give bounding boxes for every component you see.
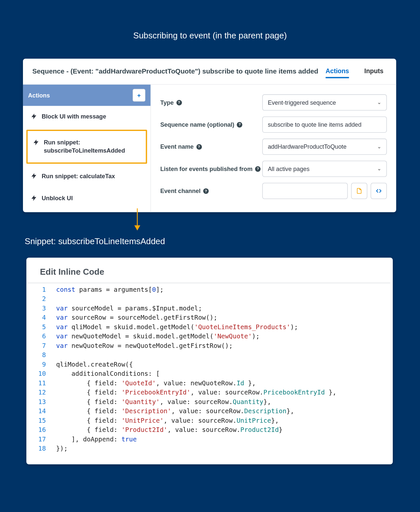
code-icon xyxy=(375,187,382,194)
code-editor-panel: Edit Inline Code 12345678910111213141516… xyxy=(26,258,393,464)
sequence-title: Sequence - (Event: "addHardwareProductTo… xyxy=(32,68,318,75)
sequence-name-input[interactable] xyxy=(262,117,387,133)
sequence-config-panel: Sequence - (Event: "addHardwareProductTo… xyxy=(23,59,396,212)
action-label: Run snippet: calculateTax xyxy=(42,172,115,180)
chevron-down-icon: ⌄ xyxy=(377,99,381,105)
listen-label: Listen for events published from? xyxy=(160,165,262,172)
actions-column: Actions + Block UI with message Run snip… xyxy=(23,85,151,212)
tab-actions[interactable]: Actions xyxy=(326,65,349,78)
panel-header: Sequence - (Event: "addHardwareProductTo… xyxy=(23,59,396,85)
bolt-icon xyxy=(31,195,37,203)
help-icon[interactable]: ? xyxy=(203,188,209,194)
help-icon[interactable]: ? xyxy=(196,144,202,150)
line-numbers: 123456789101112131415161718 xyxy=(26,285,50,453)
actions-list-title: Actions xyxy=(28,92,50,99)
channel-input[interactable] xyxy=(262,183,347,199)
code-editor[interactable]: 123456789101112131415161718 const params… xyxy=(26,283,390,453)
tabs: Actions Inputs xyxy=(326,65,387,78)
channel-label: Event channel? xyxy=(160,187,262,194)
action-label: Run snippet: subscribeToLineItemsAdded xyxy=(44,139,140,155)
code-editor-title: Edit Inline Code xyxy=(26,267,390,283)
help-icon[interactable]: ? xyxy=(237,122,242,127)
type-select[interactable]: Event-triggered sequence⌄ xyxy=(262,95,387,111)
snippet-label: Snippet: subscribeToLineItemsAdded xyxy=(25,236,165,246)
bolt-icon xyxy=(31,113,37,121)
event-name-select[interactable]: addHardwareProductToQuote⌄ xyxy=(262,139,387,155)
action-label: Unblock UI xyxy=(42,194,73,202)
listen-select[interactable]: All active pages⌄ xyxy=(262,161,387,177)
document-icon xyxy=(356,187,363,194)
action-item[interactable]: Block UI with message xyxy=(23,106,151,128)
action-label: Block UI with message xyxy=(42,113,106,120)
type-label: Type? xyxy=(160,99,262,106)
page-heading: Subscribing to event (in the parent page… xyxy=(0,0,420,40)
code-channel-button[interactable] xyxy=(371,183,387,199)
properties-form: Type? Event-triggered sequence⌄ Sequence… xyxy=(151,85,396,212)
help-icon[interactable]: ? xyxy=(176,100,182,105)
sequence-name-label: Sequence name (optional)? xyxy=(160,121,262,128)
add-action-button[interactable]: + xyxy=(133,89,145,102)
chevron-down-icon: ⌄ xyxy=(377,144,381,150)
help-icon[interactable]: ? xyxy=(255,166,261,172)
action-item[interactable]: Run snippet: calculateTax xyxy=(23,165,151,187)
code-body[interactable]: const params = arguments[0]; var sourceM… xyxy=(50,285,336,453)
actions-list-header: Actions + xyxy=(23,85,151,106)
action-item-selected[interactable]: Run snippet: subscribeToLineItemsAdded xyxy=(26,130,147,163)
bolt-icon xyxy=(33,139,40,147)
chevron-down-icon: ⌄ xyxy=(377,166,381,172)
event-name-label: Event name? xyxy=(160,143,262,150)
bolt-icon xyxy=(31,173,37,181)
arrow-indicator xyxy=(137,208,138,230)
edit-channel-button[interactable] xyxy=(351,183,367,199)
tab-inputs[interactable]: Inputs xyxy=(364,65,383,78)
action-item[interactable]: Unblock UI xyxy=(23,187,151,209)
